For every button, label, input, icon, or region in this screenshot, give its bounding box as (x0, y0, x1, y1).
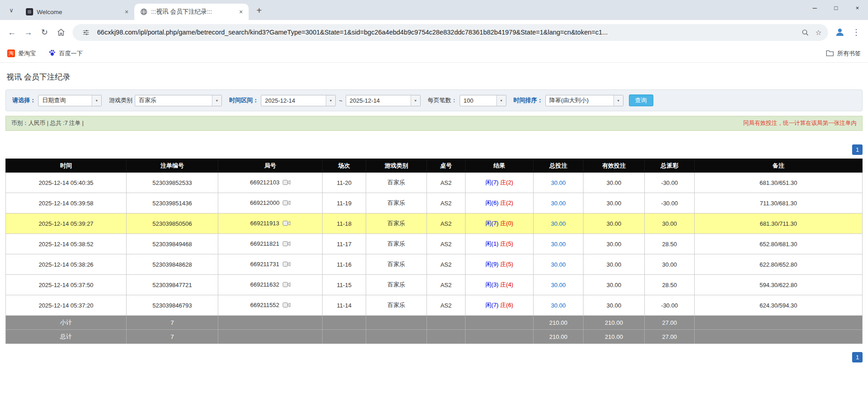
pagination-page-1[interactable]: 1 (852, 144, 863, 155)
baidu-paw-icon (49, 49, 56, 58)
total-bet-link[interactable]: 30.00 (551, 200, 566, 207)
menu-icon[interactable]: ⋮ (848, 24, 864, 40)
session-cell: 11-16 (323, 254, 366, 275)
video-replay-icon[interactable] (283, 220, 290, 228)
zoom-icon[interactable] (798, 25, 812, 39)
home-button[interactable] (53, 24, 69, 40)
video-replay-icon[interactable] (283, 241, 290, 248)
filter-bar: 请选择： 日期查询 ▼ 游戏类别 百家乐 ▼ 时间区间： 2025-12-14 … (5, 89, 863, 111)
tab-title: Welcome (37, 9, 119, 15)
bookmark-star-icon[interactable]: ☆ (812, 25, 825, 39)
profile-avatar-icon[interactable] (832, 24, 848, 40)
chevron-down-icon[interactable]: ▼ (613, 95, 623, 106)
date-to-select[interactable]: 2025-12-14 ▼ (346, 95, 421, 106)
banker-result: 庄(2) (500, 199, 513, 206)
date-to-value: 2025-12-14 (346, 95, 411, 106)
tab-welcome[interactable]: Welcome × (20, 4, 134, 20)
column-header: 游戏类别 (366, 159, 427, 173)
valid-bet-cell: 30.00 (584, 213, 645, 234)
subtotal-label: 小计 (6, 316, 127, 330)
page-size-value: 100 (460, 95, 496, 106)
bet-record-row: 2025-12-14 05:38:26523039848628669211731… (6, 254, 863, 275)
game-type-cell: 百家乐 (366, 254, 427, 275)
query-type-select[interactable]: 日期查询 ▼ (38, 95, 102, 106)
total-bet-link[interactable]: 30.00 (551, 179, 566, 186)
total-count: 7 (127, 330, 218, 344)
bet-record-row: 2025-12-14 05:38:52523039849468669211821… (6, 234, 863, 254)
refresh-button[interactable]: ↻ (36, 24, 53, 40)
sort-label: 时间排序： (514, 96, 543, 104)
total-bet-link[interactable]: 30.00 (551, 302, 566, 309)
table-no-cell: AS2 (427, 193, 466, 213)
total-bet-link[interactable]: 30.00 (551, 261, 566, 268)
all-bookmarks[interactable]: 所有书签 (826, 50, 861, 58)
table-no-cell: AS2 (427, 234, 466, 254)
currency-summary: 币别：人民币 | 总共 :7 注单 | (11, 119, 83, 127)
close-window-button[interactable]: × (847, 0, 868, 15)
table-no-cell: AS2 (427, 213, 466, 234)
select-label: 请选择： (12, 96, 36, 104)
url-text[interactable]: 66cxkj98.com/ipl/portal.php/game/betreco… (97, 29, 794, 36)
sort-select[interactable]: 降幂(由大到小) ▼ (545, 95, 623, 106)
chevron-down-icon[interactable]: ▼ (326, 95, 335, 106)
time-cell: 2025-12-14 05:39:27 (6, 213, 127, 234)
empty-cell (695, 316, 863, 330)
pagination-page-1[interactable]: 1 (852, 352, 863, 362)
column-header: 注单编号 (127, 159, 218, 173)
column-header: 桌号 (427, 159, 466, 173)
page-size-select[interactable]: 100 ▼ (460, 95, 506, 106)
back-button[interactable]: ← (4, 24, 20, 40)
chevron-down-icon[interactable]: ▼ (496, 95, 506, 106)
bookmark-aitaobao[interactable]: 淘 爱淘宝 (7, 50, 36, 58)
chevron-down-icon[interactable]: ▼ (212, 95, 221, 106)
video-replay-icon[interactable] (283, 261, 290, 268)
date-from-select[interactable]: 2025-12-14 ▼ (261, 95, 336, 106)
total-bet-link[interactable]: 30.00 (551, 241, 566, 248)
remark-cell: 711.30/681.30 (695, 193, 863, 213)
round-cell: 669212000 (218, 193, 323, 213)
maximize-button[interactable]: □ (825, 0, 847, 15)
new-tab-button[interactable]: + (252, 4, 266, 17)
video-replay-icon[interactable] (283, 282, 290, 289)
bet-id-cell: 523039847721 (127, 275, 218, 295)
chevron-down-icon[interactable]: ▼ (411, 95, 420, 106)
bookmark-baidu[interactable]: 百度一下 (49, 49, 83, 58)
total-bet-cell: 30.00 (534, 213, 584, 234)
sort-value: 降幂(由大到小) (546, 95, 613, 106)
remark-cell: 594.30/622.80 (695, 275, 863, 295)
search-button[interactable]: 查询 (629, 94, 653, 106)
address-bar[interactable]: 66cxkj98.com/ipl/portal.php/game/betreco… (73, 24, 828, 41)
game-type-cell: 百家乐 (366, 193, 427, 213)
game-type-select[interactable]: 百家乐 ▼ (135, 95, 222, 106)
column-header: 有效投注 (584, 159, 645, 173)
total-bet-link[interactable]: 30.00 (551, 220, 566, 227)
remark-cell: 624.30/594.30 (695, 295, 863, 316)
valid-bet-cell: 30.00 (584, 295, 645, 316)
video-replay-icon[interactable] (283, 179, 290, 187)
bet-id-cell: 523039848628 (127, 254, 218, 275)
bet-record-row: 2025-12-14 05:39:58523039851436669212000… (6, 193, 863, 213)
remark-cell: 652.80/681.30 (695, 234, 863, 254)
bet-id-cell: 523039850506 (127, 213, 218, 234)
empty-cell (366, 330, 427, 344)
player-result: 闲(3) (485, 281, 499, 288)
video-replay-icon[interactable] (283, 302, 290, 309)
site-settings-icon[interactable] (79, 25, 93, 39)
minimize-button[interactable]: ─ (804, 0, 825, 15)
forward-button[interactable]: → (20, 24, 36, 40)
subtotal-valid-bet: 210.00 (584, 316, 645, 330)
session-cell: 11-19 (323, 193, 366, 213)
empty-cell (427, 316, 466, 330)
tab-close-icon[interactable]: × (237, 8, 245, 16)
date-from-value: 2025-12-14 (261, 95, 326, 106)
chevron-down-icon[interactable]: ▼ (92, 95, 101, 106)
total-bet-link[interactable]: 30.00 (551, 282, 566, 288)
tab-bet-records[interactable]: :::视讯 会员下注纪录::: × (134, 4, 249, 20)
total-row: 总计 7 210.00 210.00 27.00 (6, 330, 863, 344)
video-replay-icon[interactable] (283, 200, 290, 207)
query-type-value: 日期查询 (39, 95, 92, 106)
tab-close-icon[interactable]: × (123, 8, 131, 16)
tab-search-chevron-icon[interactable]: ∨ (5, 3, 18, 17)
result-cell: 闲(9) 庄(5) (466, 254, 534, 275)
round-number: 669211913 (250, 220, 279, 227)
